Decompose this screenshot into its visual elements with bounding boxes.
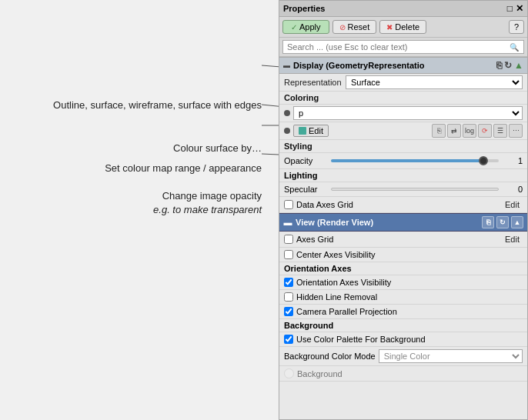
annotation-opacity: Change image opacity [0, 189, 262, 203]
flip-icon[interactable]: ⇄ [447, 124, 461, 138]
panel-title: Properties [283, 4, 325, 13]
lighting-label: Lighting [279, 169, 527, 182]
representation-value-wrapper: Surface [346, 75, 523, 89]
bg-radio-row: Background [279, 366, 527, 382]
view-info-icon[interactable]: ▲ [511, 216, 523, 228]
representation-select[interactable]: Surface [346, 75, 523, 89]
color-by-select[interactable]: p [293, 106, 523, 120]
use-palette-checkbox[interactable] [284, 335, 293, 344]
search-input-wrapper: 🔍 [282, 40, 524, 54]
properties-panel: Properties □ ✕ Apply Reset Delete ? 🔍 ▬ … [279, 0, 528, 420]
opacity-slider-track [331, 159, 499, 162]
color-bullet [284, 110, 290, 116]
camera-parallel-text: Camera Parallel Projection [296, 307, 397, 316]
copy-icon[interactable]: ⎘ [496, 60, 502, 71]
camera-parallel-row: Camera Parallel Projection [279, 305, 527, 319]
edit-icon-buttons: ⎘ ⇄ log ⟳ ☰ ⋯ [432, 124, 523, 138]
reset-button[interactable]: Reset [333, 20, 377, 34]
opacity-slider-container [331, 155, 499, 166]
camera-parallel-checkbox[interactable] [284, 307, 293, 316]
specular-value: 0 [503, 185, 523, 194]
search-field[interactable] [287, 42, 520, 52]
annotation-colour: Colour surface by… [0, 142, 262, 155]
toolbar: Apply Reset Delete ? [279, 17, 527, 38]
use-palette-row: Use Color Palette For Background [279, 332, 527, 347]
delete-button[interactable]: Delete [379, 20, 426, 34]
opacity-row: Opacity 1 [279, 153, 527, 169]
specular-label: Specular [284, 185, 326, 194]
data-axes-edit-link[interactable]: Edit [502, 199, 523, 210]
apply-button[interactable]: Apply [282, 20, 329, 34]
view-copy-icon[interactable]: ⎘ [482, 216, 494, 228]
collapse-icon: ▬ [283, 62, 290, 69]
legend-icon[interactable]: ☰ [493, 124, 507, 138]
display-section-icons: ⎘ ↻ ▲ [496, 60, 523, 71]
panel-title-bar: Properties □ ✕ [279, 1, 527, 17]
color-by-row: p [279, 105, 527, 122]
use-palette-label: Use Color Palette For Background [284, 335, 523, 344]
data-axes-text: Data Axes Grid [296, 200, 353, 209]
log-scale-icon[interactable]: log [463, 124, 476, 138]
representation-row: Representation Surface [279, 74, 527, 92]
opacity-slider-thumb[interactable] [479, 156, 488, 165]
search-bar: 🔍 [279, 38, 527, 57]
copy-colormap-icon[interactable]: ⎘ [432, 124, 446, 138]
hidden-line-text: Hidden Line Removal [296, 292, 377, 302]
edit-row: Edit ⎘ ⇄ log ⟳ ☰ ⋯ [279, 122, 527, 140]
specular-row: Specular 0 [279, 182, 527, 197]
view-collapse-icon: ▬ [283, 218, 292, 227]
representation-label: Representation [284, 78, 346, 87]
edit-color-icon [299, 127, 306, 135]
hidden-line-checkbox[interactable] [284, 292, 293, 302]
minimize-icon[interactable]: □ [507, 3, 513, 14]
bg-color-row: Background Color Mode Single Color [279, 347, 527, 366]
panel-title-icons: □ ✕ [507, 3, 523, 14]
data-axes-row: Data Axes Grid Edit [279, 197, 527, 213]
orientation-axes-row: Orientation Axes Visibility [279, 275, 527, 290]
annotation-colourmap: Set colour map range / appearance [0, 162, 262, 175]
specular-slider[interactable] [331, 188, 499, 191]
camera-parallel-label: Camera Parallel Projection [284, 307, 523, 316]
bg-radio-label: Background [284, 368, 343, 378]
edit-button[interactable]: Edit [293, 125, 329, 137]
bg-color-label: Background Color Mode [284, 352, 376, 361]
center-axes-row: Center Axes Visibility [279, 248, 527, 262]
center-axes-text: Center Axes Visibility [296, 250, 376, 259]
orientation-axes-vis-text: Orientation Axes Visibility [296, 278, 391, 287]
opacity-value: 1 [503, 156, 523, 165]
coloring-label: Coloring [279, 92, 527, 105]
axes-grid-checkbox[interactable] [284, 235, 293, 244]
axes-grid-edit-link[interactable]: Edit [502, 234, 523, 245]
hidden-line-row: Hidden Line Removal [279, 290, 527, 305]
axes-grid-row: Axes Grid Edit [279, 232, 527, 248]
data-axes-label: Data Axes Grid [284, 200, 499, 209]
background-header: Background [279, 319, 527, 332]
bg-radio-text: Background [297, 369, 343, 378]
hidden-line-label: Hidden Line Removal [284, 292, 523, 302]
bg-color-select[interactable]: Single Color [379, 349, 523, 363]
annotation-transparent: e.g. to make transparent [0, 203, 262, 217]
orientation-axes-header: Orientation Axes [279, 262, 527, 275]
opacity-label: Opacity [284, 156, 326, 165]
display-section-header[interactable]: ▬ Display (GeometryRepresentatio ⎘ ↻ ▲ [279, 57, 527, 74]
reset-range-icon[interactable]: ⟳ [478, 124, 492, 138]
orientation-axes-vis-label: Orientation Axes Visibility [284, 278, 523, 287]
use-palette-text: Use Color Palette For Background [296, 335, 426, 344]
search-icon: 🔍 [510, 43, 519, 52]
view-section-header[interactable]: ▬ View (Render View) ⎘ ↻ ▲ [279, 213, 527, 232]
view-section-label: View (Render View) [296, 218, 373, 227]
close-icon[interactable]: ✕ [516, 3, 523, 14]
axes-grid-text: Axes Grid [296, 235, 333, 244]
refresh-icon[interactable]: ↻ [504, 60, 512, 71]
view-refresh-icon[interactable]: ↻ [496, 216, 509, 228]
help-button[interactable]: ? [509, 20, 524, 34]
center-axes-label: Center Axes Visibility [284, 250, 523, 259]
info-icon[interactable]: ▲ [514, 60, 523, 71]
orientation-axes-vis-checkbox[interactable] [284, 278, 293, 287]
data-axes-checkbox[interactable] [284, 200, 293, 209]
edit-bullet [284, 128, 290, 134]
axes-grid-label: Axes Grid [284, 235, 499, 244]
more-icon[interactable]: ⋯ [509, 124, 523, 138]
center-axes-checkbox[interactable] [284, 250, 293, 259]
bg-radio [284, 368, 294, 378]
